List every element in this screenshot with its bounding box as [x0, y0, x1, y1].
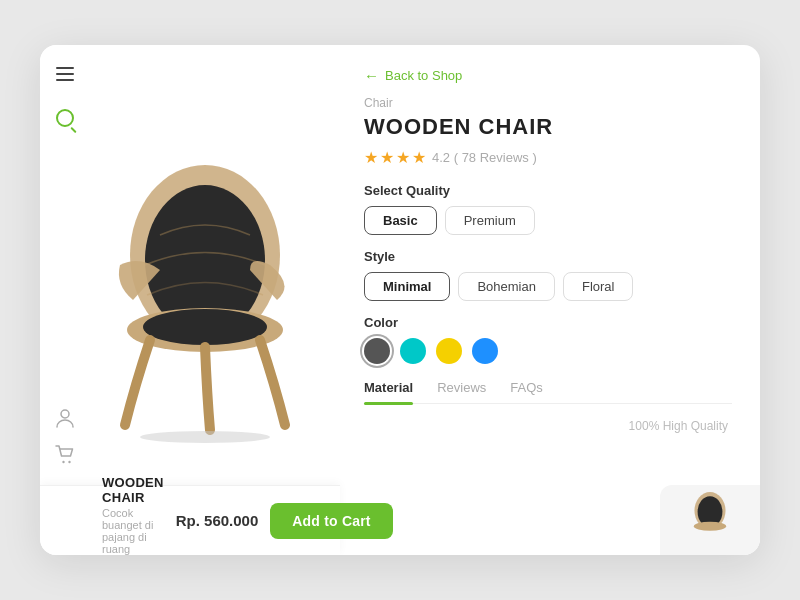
star-2: ★ [380, 148, 394, 167]
style-options: Minimal Bohemian Floral [364, 272, 732, 301]
tab-content-text: 100% High Quality [629, 419, 728, 433]
cart-product-title: WOODEN CHAIR [102, 475, 164, 505]
svg-point-3 [143, 309, 267, 345]
svg-point-7 [68, 461, 70, 463]
back-label: Back to Shop [385, 68, 462, 83]
product-title: WOODEN CHAIR [364, 114, 732, 140]
menu-icon[interactable] [56, 67, 74, 81]
quality-options: Basic Premium [364, 206, 732, 235]
product-category: Chair [364, 96, 732, 110]
product-card: WOODEN CHAIR Cocok buanget di pajang di … [40, 45, 760, 555]
color-options [364, 338, 732, 364]
price-display: Rp. 560.000 [176, 512, 259, 529]
cart-info: WOODEN CHAIR Cocok buanget di pajang di … [102, 475, 164, 556]
cart-icon[interactable] [55, 445, 75, 465]
quality-premium-button[interactable]: Premium [445, 206, 535, 235]
cart-product-subtitle: Cocok buanget di pajang di ruang tengah … [102, 507, 164, 556]
sidebar-bottom [40, 409, 90, 465]
tab-reviews[interactable]: Reviews [437, 380, 486, 403]
sidebar-icons [40, 45, 90, 555]
color-section-label: Color [364, 315, 732, 330]
star-3: ★ [396, 148, 410, 167]
back-arrow-icon: ← [364, 67, 379, 84]
tab-material[interactable]: Material [364, 380, 413, 403]
tab-content-area: 100% High Quality [364, 416, 732, 436]
color-dark-gray[interactable] [364, 338, 390, 364]
left-panel: WOODEN CHAIR Cocok buanget di pajang di … [40, 45, 340, 555]
style-section-label: Style [364, 249, 732, 264]
color-yellow[interactable] [436, 338, 462, 364]
color-blue[interactable] [472, 338, 498, 364]
chair-illustration [95, 155, 315, 445]
color-cyan[interactable] [400, 338, 426, 364]
tab-faqs[interactable]: FAQs [510, 380, 543, 403]
profile-icon[interactable] [55, 409, 75, 429]
rating-value: 4.2 ( 78 Reviews ) [432, 150, 537, 165]
product-image [85, 140, 325, 460]
back-to-shop-link[interactable]: ← Back to Shop [364, 67, 732, 84]
style-floral-button[interactable]: Floral [563, 272, 634, 301]
svg-point-13 [694, 522, 726, 531]
right-panel: ← Back to Shop Chair WOODEN CHAIR ★ ★ ★ … [340, 45, 760, 555]
search-icon[interactable] [56, 109, 74, 127]
star-rating: ★ ★ ★ ★ [364, 148, 426, 167]
style-minimal-button[interactable]: Minimal [364, 272, 450, 301]
quality-basic-button[interactable]: Basic [364, 206, 437, 235]
product-tabs: Material Reviews FAQs [364, 380, 732, 404]
quality-section-label: Select Quality [364, 183, 732, 198]
svg-point-5 [61, 410, 69, 418]
star-1: ★ [364, 148, 378, 167]
add-to-cart-button[interactable]: Add to Cart [270, 503, 392, 539]
style-bohemian-button[interactable]: Bohemian [458, 272, 555, 301]
bottom-bar: WOODEN CHAIR Cocok buanget di pajang di … [40, 485, 340, 555]
bottom-detail-image [660, 485, 760, 555]
rating-row: ★ ★ ★ ★ 4.2 ( 78 Reviews ) [364, 148, 732, 167]
svg-point-4 [140, 431, 270, 443]
star-4: ★ [412, 148, 426, 167]
svg-point-6 [62, 461, 64, 463]
